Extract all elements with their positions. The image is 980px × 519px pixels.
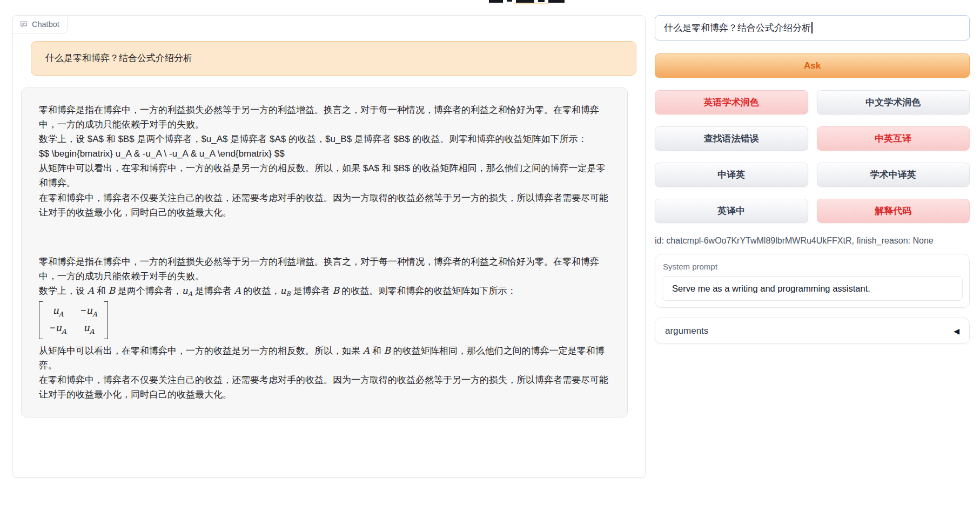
- clipped-page-title: [489, 0, 565, 4]
- button-chinese-academic-polish[interactable]: 中文学术润色: [817, 90, 970, 114]
- chatbot-label-text: Chatbot: [32, 20, 59, 29]
- button-find-grammar-errors[interactable]: 查找语法错误: [655, 126, 808, 151]
- bot-raw-paragraph-5: 在零和博弈中，博弈者不仅要关注自己的收益，还需要考虑对手的收益。因为一方取得的收…: [39, 191, 610, 220]
- button-zh-to-en[interactable]: 中译英: [655, 163, 808, 187]
- button-explain-code[interactable]: 解释代码: [817, 199, 970, 223]
- bot-rendered-paragraph-2: 数学上，设 A 和 B 是两个博弈者，uA 是博弈者 A 的收益，uB 是博弈者…: [39, 284, 610, 299]
- quick-action-grid: 英语学术润色 中文学术润色 查找语法错误 中英互译 中译英 学术中译英 英译中 …: [655, 90, 970, 223]
- bot-raw-paragraph-2: 数学上，设 $A$ 和 $B$ 是两个博弈者，$u_A$ 是博弈者 $A$ 的收…: [39, 132, 610, 146]
- matrix-left-bracket: [39, 301, 43, 339]
- system-prompt-value: Serve me as a writing and programming as…: [672, 284, 870, 294]
- chatbot-panel: Chatbot 什么是零和博弈？结合公式介绍分析 零和博弈是指在博弈中，一方的利…: [12, 15, 646, 478]
- bot-raw-paragraph-1: 零和博弈是指在博弈中，一方的利益损失必然等于另一方的利益增益。换言之，对于每一种…: [39, 103, 610, 132]
- bot-rendered-paragraph-4: 从矩阵中可以看出，在零和博弈中，一方的收益是另一方的相反数。所以，如果 A 和 …: [39, 343, 610, 373]
- accordion-label: arguments: [665, 326, 708, 336]
- user-message-bubble: 什么是零和博弈？结合公式介绍分析: [31, 41, 636, 76]
- button-zh-en-mutual-translate[interactable]: 中英互译: [817, 126, 970, 151]
- bot-rendered-paragraph-5: 在零和博弈中，博弈者不仅要关注自己的收益，还需要考虑对手的收益。因为一方取得的收…: [39, 373, 610, 402]
- matrix-cells: uA−uA−uAuA: [43, 301, 104, 339]
- text-cursor: [811, 22, 813, 33]
- bot-raw-paragraph-4: 从矩阵中可以看出，在零和博弈中，一方的收益是另一方的相反数。所以，如果 $A$ …: [39, 161, 610, 190]
- accordion-collapsed-arrow-icon: ◀: [954, 327, 959, 335]
- completion-status-line: id: chatcmpl-6wOo7KrYTwMl89lbrMWRu4UkFFX…: [655, 236, 970, 246]
- system-prompt-label: System prompt: [662, 261, 963, 276]
- bot-message-bubble: 零和博弈是指在博弈中，一方的利益损失必然等于另一方的利益增益。换言之，对于每一种…: [21, 87, 628, 417]
- matrix-right-bracket: [104, 301, 108, 339]
- bot-rendered-paragraph-1: 零和博弈是指在博弈中，一方的利益损失必然等于另一方的利益增益。换言之，对于每一种…: [39, 254, 610, 284]
- button-academic-zh-to-en[interactable]: 学术中译英: [817, 163, 970, 187]
- question-input[interactable]: 什么是零和博弈？结合公式介绍分析: [655, 15, 970, 41]
- arguments-accordion[interactable]: arguments ◀: [655, 318, 970, 344]
- chat-bubble-icon: [19, 20, 28, 29]
- bot-raw-formula: $$ \begin{bmatrix} u_A & -u_A \ -u_A & u…: [39, 146, 610, 161]
- chat-messages[interactable]: 什么是零和博弈？结合公式介绍分析 零和博弈是指在博弈中，一方的利益损失必然等于另…: [13, 34, 645, 477]
- user-message-text: 什么是零和博弈？结合公式介绍分析: [45, 53, 192, 63]
- control-panel: 什么是零和博弈？结合公式介绍分析 Ask 英语学术润色 中文学术润色 查找语法错…: [655, 15, 970, 344]
- ask-button[interactable]: Ask: [655, 53, 970, 78]
- section-gap: [39, 220, 610, 254]
- system-prompt-card: System prompt Serve me as a writing and …: [655, 254, 970, 308]
- question-input-value: 什么是零和博弈？结合公式介绍分析: [664, 22, 811, 34]
- button-en-to-zh[interactable]: 英译中: [655, 199, 808, 223]
- ask-button-label: Ask: [804, 60, 821, 71]
- button-english-academic-polish[interactable]: 英语学术润色: [655, 90, 808, 114]
- system-prompt-input[interactable]: Serve me as a writing and programming as…: [662, 276, 963, 301]
- chatbot-label: Chatbot: [12, 15, 68, 33]
- payoff-matrix: uA−uA−uAuA: [39, 301, 108, 339]
